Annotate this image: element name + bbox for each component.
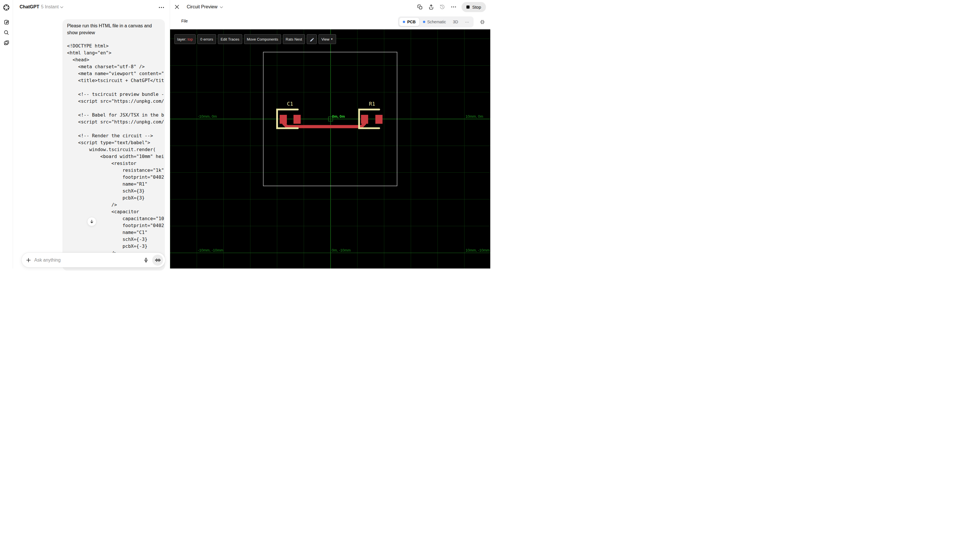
layer-button[interactable]: layer: top [174, 34, 196, 44]
code-line: <!-- Babel for JSX/TSX in the b [67, 112, 165, 119]
dictate-button[interactable] [142, 257, 150, 264]
search-chats-button[interactable] [3, 29, 10, 36]
pcb-canvas[interactable]: C1 R1 0m, 0m -10mm, 0m 10mm, 0m -10mm, -… [170, 29, 490, 269]
code-line: resistance="1k" [67, 167, 165, 174]
code-line: window.tscircuit.render( [67, 146, 165, 153]
history-button[interactable] [439, 4, 445, 10]
c1-label[interactable]: C1 [287, 101, 293, 107]
code-line: name="R1" [67, 181, 165, 188]
pcb-grid-layer [170, 29, 490, 269]
code-line: <script type="text/babel"> [67, 139, 165, 146]
plus-icon [25, 257, 31, 263]
code-line: schX={-3} [67, 236, 165, 243]
draw-tool-button[interactable] [307, 34, 317, 44]
view-mode-tabs: PCB Schematic 3D ··· [398, 16, 474, 27]
voice-mode-button[interactable] [152, 255, 163, 266]
code-line: <!-- tscircuit preview bundle - [67, 91, 165, 98]
new-chat-button[interactable] [3, 19, 10, 25]
stop-label: Stop [472, 5, 481, 10]
code-line: footprint="0402 [67, 222, 165, 229]
chevron-down-icon [60, 4, 63, 10]
attach-button[interactable] [25, 257, 32, 263]
r1-label[interactable]: R1 [369, 101, 375, 107]
schematic-status-dot [423, 21, 425, 23]
new-chat-icon [3, 19, 10, 25]
pcb-toolbar: layer: top 0 errors Edit Traces Move Com… [174, 34, 336, 44]
c1-pad-2[interactable] [293, 115, 301, 124]
code-line: <resistor [67, 160, 165, 167]
move-components-label: Move Components [247, 37, 278, 41]
layer-value: top [188, 37, 193, 41]
tabs-more-button[interactable]: ··· [461, 18, 473, 26]
file-menu[interactable]: File [181, 19, 188, 23]
chat-panel: ChatGPT 5 Instant Please run this HTML f… [13, 0, 170, 269]
code-line: name="C1" [67, 229, 165, 236]
exit-fullscreen-button[interactable] [479, 19, 485, 25]
user-message-bubble: Please run this HTML file in a canvas an… [62, 19, 165, 269]
code-line: <script src="https://unpkg.com/ [67, 119, 165, 126]
openai-logo[interactable] [3, 4, 10, 11]
c1-pad-1[interactable] [280, 115, 287, 124]
code-line: <meta charset="utf-8" /> [67, 63, 165, 70]
waveform-icon [155, 258, 161, 263]
origin-coordinate-label: 0m, 0m [332, 114, 345, 119]
share-icon [428, 4, 434, 10]
message-line: Please run this HTML file in a canvas an… [67, 22, 160, 29]
view-menu-button[interactable]: View ▼ [318, 34, 336, 44]
composer [22, 253, 165, 267]
history-icon [439, 4, 445, 10]
r1-pad-1[interactable] [361, 115, 368, 124]
grid-label: -10mm, -10mm [198, 248, 223, 252]
grid-label: 10mm, -10mm [466, 248, 490, 252]
code-line: capacitance="10 [67, 215, 165, 222]
user-message-text: Please run this HTML file in a canvas an… [62, 19, 165, 36]
errors-label: 0 errors [200, 37, 213, 41]
tabs-more-label: ··· [465, 19, 469, 24]
chevron-down-icon [220, 4, 223, 10]
model-name[interactable]: 5 Instant [41, 4, 59, 10]
close-canvas-button[interactable] [173, 3, 180, 10]
edit-traces-button[interactable]: Edit Traces [218, 34, 242, 44]
grid-label: 10mm, 0m [466, 114, 483, 119]
grid-label: 0m, -10mm [332, 248, 351, 252]
code-line: pcbX={3} [67, 194, 165, 201]
code-line [67, 126, 165, 132]
scroll-to-bottom-button[interactable] [87, 217, 96, 226]
library-button[interactable] [3, 40, 10, 46]
tab-pcb-label: PCB [407, 19, 416, 24]
share-button[interactable] [428, 4, 434, 10]
code-block: <!DOCTYPE html><html lang="en"> <head> <… [67, 43, 165, 257]
code-line [67, 84, 165, 91]
stop-square-icon [466, 5, 469, 9]
tab-3d-label: 3D [453, 19, 458, 24]
chat-header: ChatGPT 5 Instant [13, 0, 170, 14]
tab-pcb[interactable]: PCB [399, 18, 420, 26]
errors-button[interactable]: 0 errors [197, 34, 216, 44]
copy-icon [417, 4, 423, 10]
rats-nest-button[interactable]: Rats Nest [283, 34, 305, 44]
move-components-button[interactable]: Move Components [244, 34, 281, 44]
stop-button[interactable]: Stop [461, 2, 486, 12]
tab-3d[interactable]: 3D [449, 18, 461, 26]
r1-pad-2[interactable] [375, 115, 383, 124]
code-line: <!DOCTYPE html> [67, 43, 165, 49]
close-icon [175, 5, 179, 9]
conversation-menu-button[interactable] [158, 5, 165, 10]
code-line: footprint="0402 [67, 174, 165, 181]
code-line: <capacitor [67, 208, 165, 215]
canvas-title[interactable]: Circuit Preview [187, 4, 218, 10]
pencil-icon [310, 37, 314, 41]
code-line: schX={3} [67, 188, 165, 194]
code-line: <html lang="en"> [67, 49, 165, 56]
canvas-panel: Circuit Preview [170, 0, 490, 269]
code-line: <meta name="viewport" content=" [67, 70, 165, 77]
canvas-header: Circuit Preview [170, 0, 490, 14]
message-input[interactable] [34, 258, 142, 263]
code-line: <board width="10mm" hei [67, 153, 165, 160]
tab-schematic-label: Schematic [427, 19, 446, 24]
canvas-menu-button[interactable] [450, 4, 457, 10]
copy-button[interactable] [417, 4, 423, 10]
search-icon [3, 30, 9, 35]
view-label: View [321, 37, 329, 41]
tab-schematic[interactable]: Schematic [420, 18, 449, 26]
